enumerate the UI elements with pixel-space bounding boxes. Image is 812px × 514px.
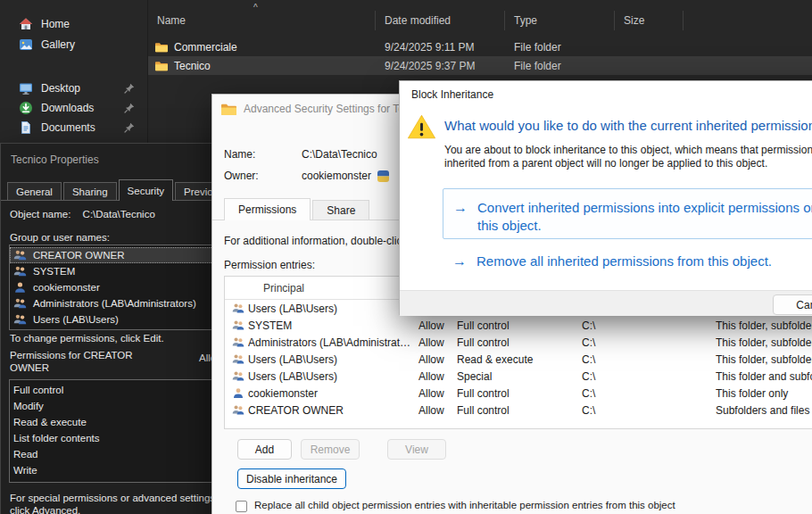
permissions-for-label-line2: OWNER [10,361,133,374]
entry-inherited-from: C:\ [582,319,716,332]
advanced-hint-line2: click Advanced. [10,504,218,514]
sidebar-item-downloads[interactable]: Downloads [5,98,141,118]
cancel-button[interactable]: Cancel [773,294,812,315]
permission-entry-row[interactable]: cookiemonster Allow Full control C:\ Thi… [225,385,812,402]
group-icon [13,265,27,278]
entry-applies-to: Subfolders and files only [716,404,812,417]
column-header-principal[interactable]: Principal [263,282,304,294]
disable-inheritance-button[interactable]: Disable inheritance [237,468,346,489]
entry-applies-to: This folder and subfolders [716,370,812,383]
entry-access: Read & execute [457,353,582,366]
object-name-value: C:\Data\Tecnico [83,209,155,220]
add-button[interactable]: Add [237,439,292,460]
entry-principal: SYSTEM [248,319,418,332]
sort-ascending-icon: ^ [253,3,258,12]
folder-icon [155,41,168,53]
entry-principal: Administrators (LAB\Administrators) [248,336,418,349]
convert-line2: this object. [477,217,812,235]
sidebar-item-label: Home [41,18,70,30]
group-icon [232,404,244,416]
entry-principal: cookiemonster [248,387,418,400]
group-icon [13,249,27,261]
permission-name: Full control [13,385,63,395]
group-icon [232,353,244,365]
entry-principal: Users (LAB\Users) [248,370,418,383]
name-label: Name: [224,148,302,161]
column-header-date-modified[interactable]: Date modified [376,11,505,30]
entry-access: Special [457,370,582,383]
sidebar-item-desktop[interactable]: Desktop [5,79,141,98]
replace-permissions-checkbox[interactable] [236,501,247,512]
group-name: SYSTEM [33,266,75,277]
permission-name: Read [13,449,38,460]
convert-permissions-command-link[interactable]: → Convert inherited permissions into exp… [443,188,812,239]
advanced-tabs: Permissions Share [224,198,371,220]
object-name-row: Object name: C:\Data\Tecnico [10,209,155,220]
remove-button[interactable]: Remove [301,439,360,460]
sidebar-item-home[interactable]: Home [5,14,141,34]
entry-inherited-from: C:\ [582,353,716,366]
sidebar-item-label: Downloads [41,102,94,114]
dialog-title: Block Inheritance [411,88,493,101]
advanced-hint-text: For special permissions or advanced sett… [10,492,218,514]
column-header-name[interactable]: Name ^ [148,11,376,30]
entry-inherited-from: C:\ [582,370,716,383]
file-type: File folder [505,41,615,54]
command-arrow-icon: → [452,253,467,270]
owner-value: cookiemonster [302,170,371,182]
name-value: C:\Data\Tecnico [302,148,377,161]
dialog-title: Tecnico Properties [11,153,99,166]
file-name: Tecnico [174,60,211,72]
file-date-modified: 9/24/2025 9:37 PM [376,60,505,72]
entry-type: Allow [418,404,457,417]
folder-icon [221,103,236,115]
entry-inherited-from: C:\ [582,387,716,400]
file-row-tecnico[interactable]: Tecnico 9/24/2025 9:37 PM File folder [148,56,812,75]
group-icon [232,370,244,382]
file-row-commerciale[interactable]: Commerciale 9/24/2025 9:11 PM File folde… [148,37,812,56]
gallery-icon [19,37,33,52]
advanced-hint-line1: For special permissions or advanced sett… [10,492,218,504]
pin-icon [124,103,135,113]
sidebar-item-documents[interactable]: Documents [5,118,141,137]
entry-applies-to: This folder, subfolders and files [716,319,812,332]
entry-access: Full control [457,319,582,332]
group-name: cookiemonster [33,282,100,293]
permission-entry-row[interactable]: Administrators (LAB\Administrators) Allo… [225,334,812,351]
desktop-screen: Home Gallery Desktop Downloads Documents [0,0,812,514]
pin-icon [124,83,135,94]
view-button[interactable]: View [387,439,446,460]
tab-sharing[interactable]: Sharing [63,182,117,201]
downloads-icon [19,101,33,115]
entry-type: Allow [418,370,457,383]
edit-hint-text: To change permissions, click Edit. [10,333,164,344]
file-list: Commerciale 9/24/2025 9:11 PM File folde… [148,37,812,75]
permission-entry-row[interactable]: Users (LAB\Users) Allow Special C:\ This… [225,368,812,385]
entry-type: Allow [418,319,457,332]
tab-share[interactable]: Share [312,200,369,220]
permissions-for-label-line1: Permissions for CREATOR [10,349,133,361]
tab-general[interactable]: General [7,182,62,201]
tab-security[interactable]: Security [119,179,174,201]
sidebar-item-label: Documents [41,121,95,134]
group-name: CREATOR OWNER [33,250,124,261]
sidebar-item-gallery[interactable]: Gallery [5,35,141,54]
file-type: File folder [505,60,615,72]
column-label: Date modified [385,14,451,27]
entry-access: Full control [457,404,582,417]
group-name: Users (LAB\Users) [33,314,119,325]
pin-icon [124,122,135,133]
tab-permissions[interactable]: Permissions [224,198,311,220]
permission-entry-row[interactable]: Users (LAB\Users) Allow Read & execute C… [225,351,812,368]
permission-name: Write [13,465,37,476]
owner-avatar-icon [377,170,389,182]
permission-entry-row[interactable]: SYSTEM Allow Full control C:\ This folde… [225,317,812,334]
column-header-type[interactable]: Type [505,11,615,30]
permission-entry-row[interactable]: CREATOR OWNER Allow Full control C:\ Sub… [225,402,812,419]
column-header-size[interactable]: Size [615,11,684,30]
entry-type: Allow [418,353,457,366]
entry-access: Full control [457,336,582,349]
group-icon [13,297,27,310]
remove-permissions-command-link[interactable]: → Remove all inherited permissions from … [452,253,772,270]
permission-name: Modify [13,401,44,411]
